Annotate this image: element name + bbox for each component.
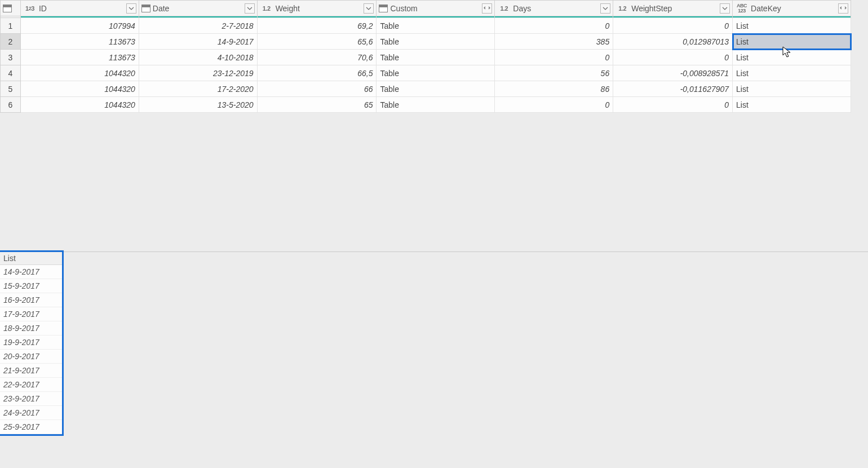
cell-days[interactable]: 0 bbox=[495, 18, 613, 34]
column-header-date[interactable]: Date bbox=[139, 1, 257, 16]
table-type-icon bbox=[379, 5, 388, 12]
data-table[interactable]: 123 ID Date 1.2 bbox=[0, 0, 851, 113]
cell-date[interactable]: 2-7-2018 bbox=[139, 18, 257, 34]
cell-days[interactable]: 0 bbox=[495, 97, 613, 113]
preview-item[interactable]: 25-9-2017 bbox=[0, 420, 62, 434]
table-row[interactable]: 11079942-7-201869,2Table00List bbox=[1, 18, 851, 34]
cell-id[interactable]: 1044320 bbox=[20, 65, 139, 81]
column-label: Days bbox=[513, 4, 598, 13]
cell-weightstep[interactable]: 0,012987013 bbox=[613, 34, 733, 50]
column-label: Date bbox=[153, 4, 242, 13]
cell-date[interactable]: 14-9-2017 bbox=[139, 34, 257, 50]
column-header-weight[interactable]: 1.2 Weight bbox=[257, 1, 377, 16]
preview-pane: List 14-9-201715-9-201716-9-201717-9-201… bbox=[0, 251, 868, 434]
filter-dropdown-icon[interactable] bbox=[364, 3, 374, 14]
cell-date[interactable]: 13-5-2020 bbox=[139, 97, 257, 113]
table-row[interactable]: 31136734-10-201870,6Table00List bbox=[1, 50, 851, 65]
cell-weightstep[interactable]: 0 bbox=[613, 18, 733, 34]
header-row: 123 ID Date 1.2 bbox=[1, 1, 851, 16]
cell-weight[interactable]: 69,2 bbox=[257, 18, 377, 34]
preview-item[interactable]: 15-9-2017 bbox=[0, 279, 62, 293]
cell-weightstep[interactable]: -0,011627907 bbox=[613, 81, 733, 97]
column-header-id[interactable]: 123 ID bbox=[20, 1, 139, 16]
cell-weightstep[interactable]: 0 bbox=[613, 97, 733, 113]
column-label: Custom bbox=[390, 4, 480, 13]
cell-custom[interactable]: Table bbox=[377, 65, 495, 81]
row-number-cell[interactable]: 1 bbox=[1, 18, 21, 34]
cell-id[interactable]: 107994 bbox=[20, 18, 139, 34]
cell-date[interactable]: 23-12-2019 bbox=[139, 65, 257, 81]
table-row[interactable]: 4104432023-12-201966,5Table56-0,00892857… bbox=[1, 65, 851, 81]
row-number-cell[interactable]: 6 bbox=[1, 97, 21, 113]
expand-icon[interactable] bbox=[482, 3, 492, 14]
preview-item[interactable]: 16-9-2017 bbox=[0, 293, 62, 307]
cell-datekey[interactable]: List bbox=[733, 18, 851, 34]
column-label: DateKey bbox=[751, 4, 836, 13]
filter-dropdown-icon[interactable] bbox=[245, 3, 255, 14]
column-label: ID bbox=[39, 4, 124, 13]
cell-custom[interactable]: Table bbox=[377, 97, 495, 113]
preview-item[interactable]: 21-9-2017 bbox=[0, 364, 62, 378]
column-header-weightstep[interactable]: 1.2 WeightStep bbox=[613, 1, 733, 16]
cell-datekey[interactable]: List bbox=[733, 81, 851, 97]
cell-days[interactable]: 385 bbox=[495, 34, 613, 50]
filter-dropdown-icon[interactable] bbox=[720, 3, 730, 14]
column-header-custom[interactable]: Custom bbox=[377, 1, 495, 16]
table-row[interactable]: 5104432017-2-202066Table86-0,011627907Li… bbox=[1, 81, 851, 97]
cell-datekey[interactable]: List bbox=[733, 34, 851, 50]
cell-days[interactable]: 86 bbox=[495, 81, 613, 97]
cell-id[interactable]: 1044320 bbox=[20, 81, 139, 97]
cell-id[interactable]: 113673 bbox=[20, 34, 139, 50]
int-type-icon: 123 bbox=[23, 3, 37, 14]
table-icon bbox=[3, 5, 12, 12]
row-number-cell[interactable]: 3 bbox=[1, 50, 21, 65]
cell-datekey[interactable]: List bbox=[733, 50, 851, 65]
cell-weight[interactable]: 66 bbox=[257, 81, 377, 97]
cell-id[interactable]: 1044320 bbox=[20, 97, 139, 113]
preview-item[interactable]: 23-9-2017 bbox=[0, 392, 62, 406]
column-label: Weight bbox=[276, 4, 362, 13]
filter-dropdown-icon[interactable] bbox=[600, 3, 610, 14]
calendar-type-icon bbox=[141, 5, 150, 12]
cell-weight[interactable]: 70,6 bbox=[257, 50, 377, 65]
cell-datekey[interactable]: List bbox=[733, 65, 851, 81]
cell-days[interactable]: 0 bbox=[495, 50, 613, 65]
decimal-type-icon: 1.2 bbox=[615, 3, 629, 14]
preview-item[interactable]: 22-9-2017 bbox=[0, 378, 62, 392]
cell-custom[interactable]: Table bbox=[377, 18, 495, 34]
cell-id[interactable]: 113673 bbox=[20, 50, 139, 65]
cell-weight[interactable]: 66,5 bbox=[257, 65, 377, 81]
cell-weightstep[interactable]: -0,008928571 bbox=[613, 65, 733, 81]
preview-item[interactable]: 14-9-2017 bbox=[0, 265, 62, 279]
corner-header[interactable] bbox=[1, 1, 21, 16]
preview-item[interactable]: 24-9-2017 bbox=[0, 406, 62, 420]
cell-date[interactable]: 4-10-2018 bbox=[139, 50, 257, 65]
decimal-type-icon: 1.2 bbox=[260, 3, 273, 14]
preview-header: List bbox=[0, 252, 62, 265]
cell-days[interactable]: 56 bbox=[495, 65, 613, 81]
preview-item[interactable]: 19-9-2017 bbox=[0, 335, 62, 350]
cell-weightstep[interactable]: 0 bbox=[613, 50, 733, 65]
preview-item[interactable]: 18-9-2017 bbox=[0, 321, 62, 335]
cell-date[interactable]: 17-2-2020 bbox=[139, 81, 257, 97]
preview-list[interactable]: List 14-9-201715-9-201716-9-201717-9-201… bbox=[0, 252, 62, 434]
expand-icon[interactable] bbox=[838, 3, 848, 14]
column-header-datekey[interactable]: ABC123 DateKey bbox=[733, 1, 851, 16]
filter-dropdown-icon[interactable] bbox=[126, 3, 136, 14]
table-row[interactable]: 6104432013-5-202065Table00List bbox=[1, 97, 851, 113]
column-header-days[interactable]: 1.2 Days bbox=[495, 1, 613, 16]
column-label: WeightStep bbox=[631, 4, 718, 13]
preview-item[interactable]: 17-9-2017 bbox=[0, 307, 62, 321]
table-row[interactable]: 211367314-9-201765,6Table3850,012987013L… bbox=[1, 34, 851, 50]
cell-weight[interactable]: 65,6 bbox=[257, 34, 377, 50]
cell-custom[interactable]: Table bbox=[377, 50, 495, 65]
any-type-icon: ABC123 bbox=[735, 3, 749, 14]
row-number-cell[interactable]: 5 bbox=[1, 81, 21, 97]
row-number-cell[interactable]: 2 bbox=[1, 34, 21, 50]
row-number-cell[interactable]: 4 bbox=[1, 65, 21, 81]
cell-weight[interactable]: 65 bbox=[257, 97, 377, 113]
cell-custom[interactable]: Table bbox=[377, 34, 495, 50]
cell-datekey[interactable]: List bbox=[733, 97, 851, 113]
cell-custom[interactable]: Table bbox=[377, 81, 495, 97]
preview-item[interactable]: 20-9-2017 bbox=[0, 350, 62, 364]
